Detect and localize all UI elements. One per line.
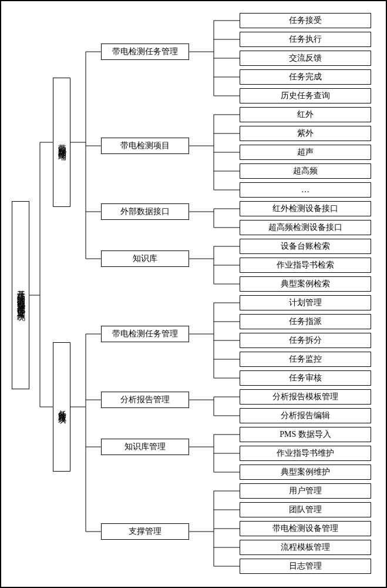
lvl3-label: 任务拆分 [289, 335, 322, 346]
lvl3-label: 分析报告模板管理 [272, 392, 338, 402]
lvl3-node: 任务审核 [240, 370, 371, 386]
lvl3-label: 作业指导书维护 [277, 448, 334, 459]
lvl3-label: 紫外 [297, 128, 314, 139]
lvl2-label: 外部数据接口 [120, 206, 170, 217]
lvl2-node-a2: 带电检测项目 [101, 138, 189, 154]
lvl2-node-a1: 带电检测任务管理 [101, 44, 189, 60]
lvl3-node: 任务指派 [240, 314, 371, 329]
lvl3-label: 任务指派 [289, 316, 322, 327]
lvl2-node-b3: 知识库管理 [101, 439, 189, 455]
lvl2-label: 知识库 [133, 253, 157, 264]
lvl2-label: 带电检测任务管理 [112, 329, 178, 339]
lvl3-label: 历史任务查询 [281, 91, 330, 101]
lvl3-node: 分析报告编辑 [240, 408, 371, 423]
lvl3-label: 任务执行 [289, 34, 322, 45]
lvl3-label: 作业指导书检索 [277, 260, 334, 270]
lvl2-node-b2: 分析报告管理 [101, 392, 189, 408]
lvl2-node-a3: 外部数据接口 [101, 203, 189, 220]
lvl3-node: 历史任务查询 [240, 88, 371, 103]
lvl3-node: 流程模板管理 [240, 540, 371, 555]
lvl3-node: 任务拆分 [240, 333, 371, 348]
lvl3-label: 红外 [297, 109, 314, 120]
lvl3-label: 团队管理 [289, 505, 322, 515]
lvl2-label: 带电检测任务管理 [112, 46, 178, 57]
lvl3-label: … [301, 185, 309, 195]
lvl3-node: 任务接受 [240, 13, 371, 28]
lvl1-label: 任务管理模块 [57, 403, 67, 410]
lvl3-node: 任务完成 [240, 69, 371, 85]
lvl3-node: 典型案例检索 [240, 276, 371, 292]
lvl3-node: 团队管理 [240, 502, 371, 517]
lvl2-node-a4: 知识库 [101, 250, 189, 267]
lvl3-node: 紫外 [240, 126, 371, 141]
lvl3-label: 带电检测设备管理 [272, 523, 338, 534]
lvl3-label: 任务监控 [289, 354, 322, 365]
lvl3-label: 红外检测设备接口 [272, 203, 338, 214]
lvl3-node: 用户管理 [240, 483, 371, 499]
lvl3-label: 超声 [297, 147, 314, 158]
lvl3-node: 典型案例维护 [240, 465, 371, 480]
lvl3-label: 日志管理 [289, 561, 322, 572]
lvl2-label: 分析报告管理 [120, 395, 170, 405]
lvl1-node-a: 带电检测移动终端 [53, 78, 70, 207]
lvl2-label: 带电检测项目 [120, 141, 170, 151]
lvl3-node: … [240, 182, 371, 198]
lvl3-label: 任务接受 [289, 15, 322, 26]
lvl1-label: 带电检测移动终端 [57, 138, 67, 147]
lvl2-label: 支撑管理 [129, 526, 161, 537]
lvl3-node: 带电检测设备管理 [240, 521, 371, 536]
lvl3-label: 典型案例维护 [281, 467, 330, 477]
lvl3-node: 分析报告模板管理 [240, 389, 371, 405]
lvl3-label: PMS 数据导入 [280, 429, 331, 440]
lvl3-label: 计划管理 [289, 298, 322, 308]
lvl3-node: PMS 数据导入 [240, 427, 371, 442]
root-node: 基于移动终端的带电检测标准化作业管理系统 [12, 201, 29, 389]
root-label: 基于移动终端的带电检测标准化作业管理系统 [16, 283, 26, 307]
lvl2-node-b1: 带电检测任务管理 [101, 326, 189, 342]
lvl3-node: 红外 [240, 107, 371, 122]
lvl3-node: 超高频 [240, 163, 371, 179]
lvl3-label: 超高频检测设备接口 [268, 222, 342, 233]
lvl3-node: 计划管理 [240, 295, 371, 310]
lvl3-node: 设备台账检索 [240, 239, 371, 254]
lvl1-node-b: 任务管理模块 [53, 342, 70, 472]
lvl3-node: 日志管理 [240, 559, 371, 574]
lvl3-node: 红外检测设备接口 [240, 201, 371, 216]
lvl3-label: 典型案例检索 [281, 279, 330, 289]
lvl2-node-b4: 支撑管理 [101, 523, 189, 540]
lvl3-node: 超声 [240, 145, 371, 160]
lvl3-node: 任务监控 [240, 352, 371, 367]
lvl3-label: 分析报告编辑 [281, 410, 330, 421]
lvl3-label: 任务审核 [289, 373, 322, 383]
lvl3-node: 超高频检测设备接口 [240, 220, 371, 235]
lvl3-node: 作业指导书维护 [240, 446, 371, 461]
diagram-canvas: 基于移动终端的带电检测标准化作业管理系统 带电检测移动终端 任务管理模块 带电检… [0, 0, 387, 588]
lvl3-label: 设备台账检索 [281, 241, 330, 252]
lvl3-label: 用户管理 [289, 486, 322, 496]
lvl3-label: 流程模板管理 [281, 542, 330, 553]
lvl3-label: 交流反馈 [289, 53, 322, 64]
lvl3-label: 任务完成 [289, 72, 322, 82]
lvl2-label: 知识库管理 [124, 442, 166, 452]
lvl3-node: 交流反馈 [240, 51, 371, 66]
lvl3-label: 超高频 [293, 166, 318, 176]
lvl3-node: 任务执行 [240, 32, 371, 47]
lvl3-node: 作业指导书检索 [240, 258, 371, 273]
